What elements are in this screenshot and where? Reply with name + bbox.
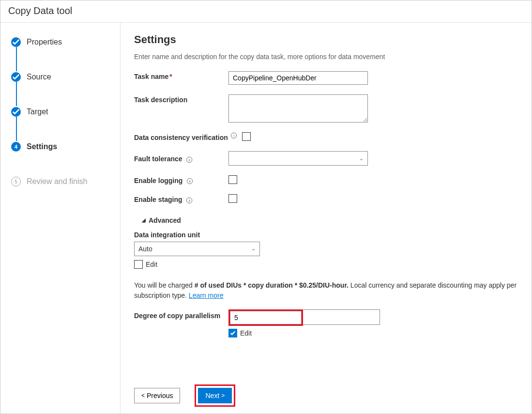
page-description: Enter name and description for the copy …	[134, 53, 518, 61]
parallel-edit-row: Edit	[228, 329, 518, 337]
chevron-left-icon: <	[141, 392, 145, 399]
data-consistency-checkbox[interactable]	[242, 132, 251, 141]
highlight-box-next: Next >	[195, 384, 235, 407]
step-label: Source	[27, 73, 51, 81]
wizard-steps: Properties Source Target 4 Settings	[0, 23, 121, 414]
step-label: Properties	[27, 38, 62, 46]
step-number-icon: 4	[11, 142, 21, 152]
step-source[interactable]: Source	[11, 71, 112, 83]
row-fault-tolerance: Fault tolerance i ⌄	[134, 151, 518, 166]
diu-block: Data integration unit Auto ⌄ Edit	[134, 231, 518, 274]
step-target[interactable]: Target	[11, 106, 112, 118]
label-enable-staging: Enable staging i	[134, 194, 228, 203]
charge-info: You will be charged # of used DIUs * cop…	[134, 280, 518, 301]
window-title: Copy Data tool	[0, 0, 532, 23]
diu-select-value: Auto	[138, 245, 152, 253]
enable-staging-checkbox[interactable]	[228, 194, 237, 203]
step-connector	[16, 47, 17, 71]
charge-formula: # of used DIUs * copy duration * $0.25/D…	[195, 281, 349, 289]
advanced-label: Advanced	[149, 216, 181, 224]
row-enable-staging: Enable staging i	[134, 194, 518, 203]
label-parallelism: Degree of copy parallelism	[134, 309, 228, 320]
diu-edit-label: Edit	[146, 261, 157, 268]
step-review[interactable]: 5 Review and finish	[11, 176, 112, 187]
collapse-icon: ◢	[142, 217, 146, 223]
svg-text:i: i	[189, 198, 190, 202]
step-connector	[16, 82, 17, 106]
wizard-footer: < Previous Next >	[134, 380, 518, 407]
check-icon	[11, 72, 21, 82]
task-name-input[interactable]	[228, 71, 368, 85]
chevron-right-icon: >	[221, 392, 225, 399]
row-data-consistency: Data consistency verification i	[134, 132, 518, 141]
info-icon[interactable]: i	[186, 178, 193, 184]
info-icon[interactable]: i	[186, 197, 193, 204]
row-task-description: Task description	[134, 94, 518, 123]
step-settings[interactable]: 4 Settings	[11, 141, 112, 153]
step-label: Target	[27, 107, 48, 116]
previous-button[interactable]: < Previous	[134, 388, 180, 403]
settings-panel: Settings Enter name and description for …	[121, 23, 532, 414]
diu-select[interactable]: Auto ⌄	[134, 242, 260, 256]
next-button[interactable]: Next >	[198, 388, 232, 403]
chevron-down-icon: ⌄	[251, 245, 256, 252]
row-parallelism: Degree of copy parallelism	[134, 309, 518, 326]
row-enable-logging: Enable logging i	[134, 175, 518, 184]
chevron-down-icon: ⌄	[359, 155, 364, 162]
label-diu: Data integration unit	[134, 231, 518, 239]
label-task-description: Task description	[134, 94, 228, 104]
parallelism-input[interactable]	[230, 311, 302, 324]
check-icon	[11, 107, 21, 117]
step-label: Settings	[27, 142, 57, 151]
parallelism-edit-checkbox[interactable]	[228, 329, 237, 337]
label-fault-tolerance: Fault tolerance i	[134, 153, 228, 163]
required-asterisk: *	[169, 73, 172, 80]
diu-edit-checkbox[interactable]	[134, 260, 143, 269]
parallelism-input-extra[interactable]	[303, 309, 380, 325]
learn-more-link[interactable]: Learn more	[189, 291, 224, 299]
advanced-toggle[interactable]: ◢ Advanced	[142, 216, 518, 224]
page-title: Settings	[134, 33, 518, 46]
fault-tolerance-select[interactable]: ⌄	[228, 151, 368, 166]
content-body: Properties Source Target 4 Settings	[0, 23, 532, 414]
enable-logging-checkbox[interactable]	[228, 175, 237, 184]
label-data-consistency: Data consistency verification	[134, 132, 228, 141]
step-properties[interactable]: Properties	[11, 36, 112, 48]
svg-text:i: i	[189, 179, 190, 184]
highlight-box-parallelism	[228, 309, 303, 326]
step-number-icon: 5	[11, 177, 21, 186]
info-icon[interactable]: i	[186, 156, 193, 163]
parallelism-edit-label: Edit	[240, 329, 252, 337]
copy-data-tool-window: Copy Data tool Properties Source	[0, 0, 532, 414]
step-label: Review and finish	[27, 177, 87, 186]
info-icon[interactable]: i	[230, 132, 237, 139]
task-description-input[interactable]	[228, 94, 368, 123]
check-icon	[11, 37, 21, 47]
label-enable-logging: Enable logging i	[134, 175, 228, 184]
svg-text:i: i	[233, 134, 234, 138]
row-task-name: Task name*	[134, 71, 518, 85]
svg-text:i: i	[189, 157, 190, 162]
step-connector	[16, 117, 17, 141]
diu-edit-row: Edit	[134, 260, 518, 269]
label-task-name: Task name*	[134, 71, 228, 80]
